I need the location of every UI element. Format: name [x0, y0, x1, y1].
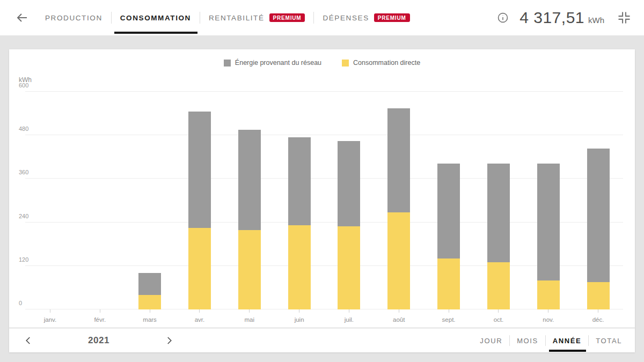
year-navigation: 2021 [21, 334, 176, 348]
bar-segment-direct-consumption[interactable] [238, 230, 261, 309]
view-tab-annee[interactable]: ANNÉE [553, 337, 582, 345]
gridline [25, 135, 623, 135]
view-divider [545, 335, 546, 346]
bar-segment-direct-consumption[interactable] [288, 225, 311, 309]
bar-déc[interactable] [587, 149, 610, 309]
view-divider [588, 335, 589, 346]
tab-depenses[interactable]: DÉPENSES PREMIUM [323, 0, 409, 35]
chart-card: Énergie provenant du réseau Consommation… [9, 49, 635, 352]
year-label: 2021 [88, 335, 109, 346]
tab-divider [111, 12, 112, 24]
x-tick [548, 309, 548, 313]
bar-nov[interactable] [537, 164, 560, 309]
chart-legend: Énergie provenant du réseau Consommation… [9, 59, 635, 67]
bar-juin[interactable] [288, 137, 311, 309]
total-consumption: 4 317,51 kWh [519, 9, 604, 27]
bar-segment-grid-energy[interactable] [238, 130, 261, 230]
gridline [25, 309, 623, 309]
x-axis-label: avr. [195, 316, 205, 323]
total-unit: kWh [588, 16, 604, 25]
bar-segment-direct-consumption[interactable] [537, 280, 560, 309]
legend-label: Énergie provenant du réseau [235, 59, 321, 67]
view-divider [509, 335, 510, 346]
chart-area: Énergie provenant du réseau Consommation… [9, 49, 635, 327]
premium-badge: PREMIUM [269, 13, 305, 22]
x-axis-label: sept. [442, 316, 456, 323]
bar-sept[interactable] [437, 164, 460, 309]
y-tick-label: 120 [19, 256, 28, 263]
x-axis-label: juil. [345, 316, 354, 323]
view-tab-total[interactable]: TOTAL [596, 337, 622, 345]
bar-segment-direct-consumption[interactable] [437, 258, 460, 309]
chevron-left-icon [24, 336, 33, 345]
legend-item-direct-consumption[interactable]: Consommation directe [342, 59, 420, 67]
info-button[interactable] [497, 12, 509, 24]
bar-segment-direct-consumption[interactable] [587, 282, 610, 309]
bar-segment-grid-energy[interactable] [487, 164, 510, 262]
gridline [25, 91, 623, 92]
collapse-button[interactable] [616, 10, 632, 26]
x-axis-label: mars [143, 316, 157, 323]
bar-oct[interactable] [487, 164, 510, 309]
bar-segment-direct-consumption[interactable] [487, 262, 510, 309]
bar-mars[interactable] [138, 273, 161, 309]
bar-segment-grid-energy[interactable] [338, 141, 360, 226]
bar-segment-grid-energy[interactable] [288, 137, 311, 225]
bar-segment-grid-energy[interactable] [387, 108, 410, 212]
x-axis-label: déc. [592, 316, 604, 323]
tab-divider [200, 12, 200, 24]
gridline [25, 178, 623, 179]
bar-segment-direct-consumption[interactable] [387, 212, 410, 309]
view-tab-jour[interactable]: JOUR [480, 337, 502, 345]
tab-rentabilite[interactable]: RENTABILITÉ PREMIUM [209, 0, 305, 35]
tab-label: CONSOMMATION [120, 14, 191, 22]
x-tick [299, 309, 299, 313]
info-icon [497, 12, 509, 24]
top-nav: PRODUCTION CONSOMMATION RENTABILITÉ PREM… [0, 0, 644, 35]
bar-segment-direct-consumption[interactable] [188, 228, 211, 309]
legend-swatch-grid [224, 60, 231, 67]
x-axis-label: mai [244, 316, 254, 323]
chevron-right-icon [164, 336, 174, 345]
tab-production[interactable]: PRODUCTION [45, 0, 103, 35]
legend-label: Consommation directe [353, 59, 420, 67]
x-axis-label: nov. [543, 316, 554, 323]
bar-mai[interactable] [238, 130, 261, 309]
header-right: 4 317,51 kWh [497, 9, 632, 27]
gridline [25, 222, 623, 223]
chart-footer: 2021 JOUR MOIS ANNÉE TOTAL [9, 329, 635, 352]
bar-segment-grid-energy[interactable] [537, 164, 560, 280]
next-year-button[interactable] [162, 334, 176, 348]
bar-juil[interactable] [338, 141, 360, 309]
premium-badge: PREMIUM [374, 13, 410, 22]
x-tick [498, 309, 499, 313]
legend-item-grid-energy[interactable]: Énergie provenant du réseau [224, 59, 321, 67]
tab-divider [313, 12, 314, 24]
x-axis-label: févr. [94, 316, 106, 323]
bar-avr[interactable] [188, 112, 211, 309]
view-tab-mois[interactable]: MOIS [517, 337, 538, 345]
bar-segment-direct-consumption[interactable] [338, 226, 360, 309]
bar-segment-grid-energy[interactable] [188, 112, 211, 228]
tab-consommation[interactable]: CONSOMMATION [120, 0, 191, 35]
y-tick-label: 360 [19, 169, 28, 175]
x-axis-label: août [393, 316, 405, 323]
x-axis-label: juin [295, 316, 304, 323]
bar-segment-grid-energy[interactable] [437, 164, 460, 258]
bar-segment-direct-consumption[interactable] [138, 295, 161, 309]
back-button[interactable] [13, 9, 31, 27]
total-value: 4 317,51 [519, 9, 584, 27]
x-tick [249, 309, 250, 313]
bar-août[interactable] [387, 108, 410, 309]
bar-segment-grid-energy[interactable] [587, 149, 610, 283]
x-tick [150, 309, 150, 313]
x-axis-label: oct. [494, 316, 504, 323]
x-tick [349, 309, 349, 313]
x-tick [100, 309, 100, 313]
main-tabs: PRODUCTION CONSOMMATION RENTABILITÉ PREM… [45, 0, 410, 35]
y-tick-label: 480 [19, 125, 28, 132]
x-axis-label: janv. [44, 316, 56, 323]
period-view-tabs: JOUR MOIS ANNÉE TOTAL [480, 335, 622, 346]
previous-year-button[interactable] [21, 334, 35, 348]
bar-segment-grid-energy[interactable] [138, 273, 161, 295]
